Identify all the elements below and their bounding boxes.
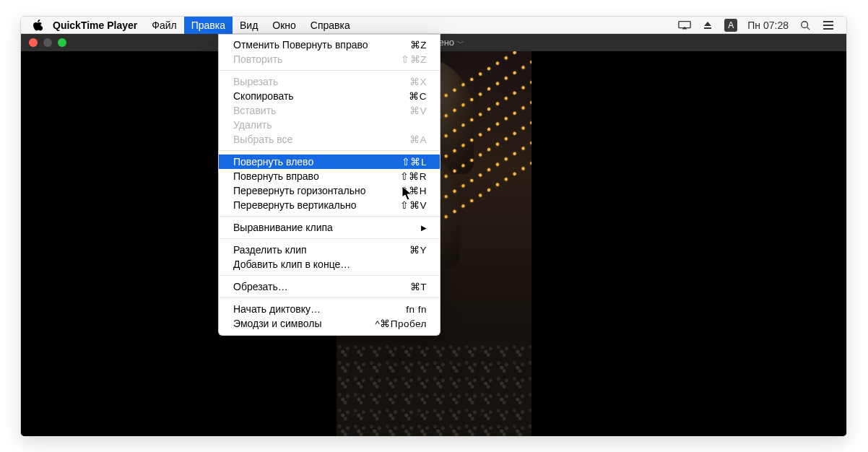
menu-item-label: Скопировать: [233, 90, 379, 102]
menu-item-shortcut: ⌘X: [379, 76, 427, 87]
mouse-cursor: [402, 186, 412, 201]
menu-item-shortcut: ⌘T: [379, 281, 427, 292]
menubar-app-name[interactable]: QuickTime Player: [45, 19, 144, 31]
menu-separator: [219, 150, 440, 151]
screen: QuickTime Player ФайлПравкаВидОкноСправк…: [20, 16, 847, 437]
menu-item[interactable]: Обрезать…⌘T: [219, 279, 440, 294]
menu-item-label: Повторить: [233, 53, 379, 65]
window-minimize-button[interactable]: [43, 38, 52, 47]
menu-item-label: Обрезать…: [233, 281, 379, 292]
menu-item-shortcut: ⇧⌘R: [379, 170, 427, 182]
menu-item-label: Вставить: [233, 105, 379, 116]
menu-item-shortcut: ⇧⌘L: [379, 156, 427, 168]
menu-item-label: Эмодзи и символы: [233, 318, 375, 329]
menu-item-shortcut: ⇧⌘Z: [379, 53, 427, 65]
airplay-icon[interactable]: [678, 17, 691, 34]
menu-item-shortcut: ⌘V: [379, 105, 427, 116]
menu-item-shortcut: fn fn: [379, 304, 427, 315]
menu-item: Повторить⇧⌘Z: [219, 52, 440, 66]
eject-icon[interactable]: [701, 17, 714, 34]
menu-item-shortcut: ⌘Y: [379, 244, 427, 256]
menubar-item[interactable]: Вид: [233, 17, 265, 34]
menu-item[interactable]: Скопировать⌘C: [219, 89, 440, 103]
menu-item-shortcut: ⌘C: [379, 90, 427, 102]
svg-rect-1: [704, 27, 711, 29]
menu-item-shortcut: ⌘Z: [379, 39, 427, 51]
menu-item-label: Отменить Повернуть вправо: [233, 39, 379, 51]
menu-item: Удалить: [219, 118, 440, 132]
menu-item: Вставить⌘V: [219, 103, 440, 118]
menubar-clock[interactable]: Пн 07:28: [747, 19, 789, 31]
menu-separator: [219, 275, 440, 276]
menu-item-label: Повернуть влево: [233, 156, 379, 168]
menu-item-shortcut: ⇧⌘V: [379, 199, 427, 211]
input-source-indicator[interactable]: А: [724, 19, 737, 32]
submenu-arrow-icon: ▶: [421, 224, 427, 232]
menu-item-label: Удалить: [233, 119, 379, 131]
menubar-item[interactable]: Окно: [265, 17, 303, 34]
menu-item-label: Добавить клип в конце…: [233, 258, 379, 270]
svg-point-2: [802, 21, 808, 27]
menu-item[interactable]: Добавить клип в конце…: [219, 257, 440, 271]
notification-center-icon[interactable]: [822, 17, 835, 34]
spotlight-icon[interactable]: [799, 17, 812, 34]
edit-menu-dropdown: Отменить Повернуть вправо⌘ZПовторить⇧⌘ZВ…: [218, 34, 440, 336]
menu-item-label: Перевернуть горизонтально: [233, 185, 379, 196]
menu-item-shortcut: ^⌘Пробел: [375, 318, 427, 329]
menu-item-label: Разделить клип: [233, 244, 379, 256]
menu-item: Выбрать все⌘A: [219, 132, 440, 147]
menu-separator: [219, 216, 440, 217]
menu-item-label: Повернуть вправо: [233, 170, 379, 182]
menu-item[interactable]: Разделить клип⌘Y: [219, 243, 440, 257]
menu-item[interactable]: Повернуть влево⇧⌘L: [219, 155, 440, 169]
menu-item-label: Начать диктовку…: [233, 303, 379, 315]
apple-menu-icon[interactable]: [30, 17, 45, 34]
menu-item[interactable]: Выравнивание клипа▶: [219, 220, 440, 235]
menu-item-label: Вырезать: [233, 76, 379, 87]
menubar-item[interactable]: Файл: [144, 17, 183, 34]
menu-item: Вырезать⌘X: [219, 74, 440, 89]
macos-menubar: QuickTime Player ФайлПравкаВидОкноСправк…: [21, 17, 846, 34]
menu-item-label: Выравнивание клипа: [233, 222, 421, 233]
menu-separator: [219, 297, 440, 298]
menu-separator: [219, 70, 440, 71]
menubar-item[interactable]: Справка: [303, 17, 357, 34]
menu-item-label: Выбрать все: [233, 134, 379, 145]
window-controls: [29, 38, 66, 47]
window-close-button[interactable]: [29, 38, 38, 47]
menu-item[interactable]: Повернуть вправо⇧⌘R: [219, 169, 440, 183]
menu-item[interactable]: Начать диктовку…fn fn: [219, 302, 440, 316]
menu-item[interactable]: Эмодзи и символы^⌘Пробел: [219, 316, 440, 331]
menu-separator: [219, 238, 440, 239]
chevron-down-icon: ﹀: [457, 39, 464, 47]
menu-item[interactable]: Отменить Повернуть вправо⌘Z: [219, 38, 440, 52]
window-zoom-button[interactable]: [58, 38, 66, 47]
menu-item-label: Перевернуть вертикально: [233, 199, 379, 211]
menubar-item[interactable]: Правка: [184, 17, 233, 34]
menu-item-shortcut: ⌘A: [379, 134, 427, 145]
